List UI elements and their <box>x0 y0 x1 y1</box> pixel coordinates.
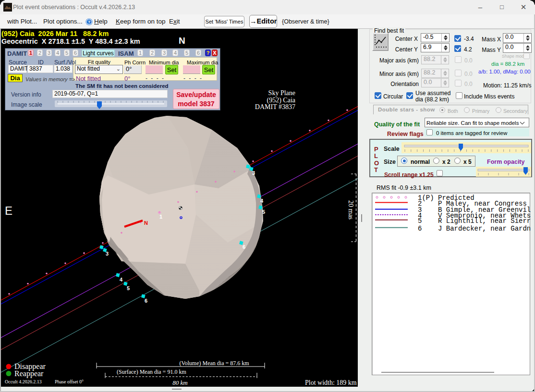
svg-text:6: 6 <box>145 298 147 304</box>
svg-text:80 km: 80 km <box>172 379 187 386</box>
svg-text:Phase offset 0°: Phase offset 0° <box>55 379 84 384</box>
svg-text:(Surface) Mean dia = 91.0 km: (Surface) Mean dia = 91.0 km <box>117 368 186 375</box>
svg-text:4: 4 <box>260 198 264 204</box>
svg-text:3: 3 <box>106 251 109 257</box>
svg-text:5: 5 <box>262 209 265 215</box>
svg-text:4: 4 <box>120 277 123 282</box>
svg-text:20 mas: 20 mas <box>347 200 354 220</box>
svg-text:Reappear: Reappear <box>14 369 44 378</box>
svg-text:Occult 4.2026.2.13: Occult 4.2026.2.13 <box>5 379 42 384</box>
svg-text:Plot width: 189 km: Plot width: 189 km <box>305 379 357 386</box>
svg-text:1: 1 <box>159 214 162 220</box>
svg-text:?: ? <box>88 20 91 24</box>
svg-text:6: 6 <box>243 244 245 250</box>
svg-text:(Volume) Mean dia = 87.6 km: (Volume) Mean dia = 87.6 km <box>179 360 249 367</box>
svg-text:5: 5 <box>127 285 130 291</box>
svg-text:3: 3 <box>252 170 255 176</box>
svg-text:N: N <box>144 220 148 226</box>
